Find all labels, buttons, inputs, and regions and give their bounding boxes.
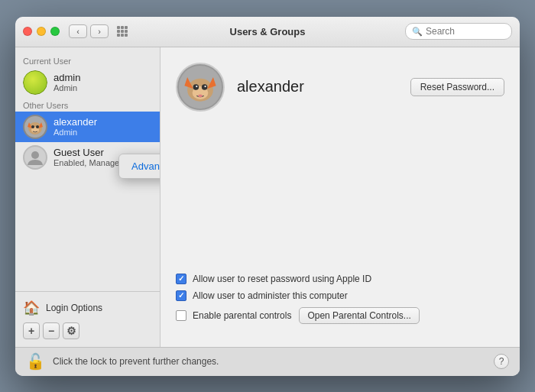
parental-row: Enable parental controls Open Parental C… — [176, 307, 504, 324]
add-user-button[interactable]: + — [23, 322, 40, 339]
guest-avatar — [23, 145, 47, 170]
admin-role: Admin — [54, 83, 80, 92]
administer-checkbox[interactable] — [176, 290, 186, 301]
alexander-name: alexander — [54, 116, 97, 128]
sidebar-scroll: Current User admin Admin Other Users — [15, 47, 160, 291]
current-user-label: Current User — [15, 53, 160, 67]
traffic-lights — [23, 27, 60, 36]
search-input[interactable] — [426, 26, 505, 37]
apple-id-checkbox[interactable] — [176, 274, 186, 284]
administer-label: Allow user to administer this computer — [193, 290, 348, 301]
login-options-item[interactable]: 🏠 Login Options — [23, 296, 152, 319]
svg-point-8 — [31, 151, 39, 159]
forward-button[interactable]: › — [90, 24, 109, 38]
context-menu: Advanced Options... — [118, 154, 160, 179]
alexander-role: Admin — [54, 128, 97, 137]
house-icon: 🏠 — [23, 300, 40, 316]
alexander-info: alexander Admin — [54, 116, 97, 137]
parental-checkbox[interactable] — [176, 310, 186, 321]
parental-label: Enable parental controls — [193, 310, 291, 321]
admin-info: admin Admin — [54, 72, 80, 92]
sidebar-item-admin[interactable]: admin Admin — [15, 67, 160, 98]
sidebar: Current User admin Admin Other Users — [15, 47, 160, 347]
apple-id-row: Allow user to reset password using Apple… — [176, 274, 504, 284]
main-window: ‹ › Users & Groups 🔍 Current User — [15, 17, 520, 376]
remove-user-button[interactable]: − — [43, 322, 60, 339]
admin-name: admin — [54, 72, 80, 83]
guest-role: Enabled, Managed — [54, 158, 124, 167]
checkboxes-area: Allow user to reset password using Apple… — [176, 274, 504, 332]
guest-info: Guest User Enabled, Managed — [54, 147, 124, 167]
svg-point-5 — [31, 125, 34, 128]
sidebar-footer: 🏠 Login Options + − ⚙ — [15, 291, 160, 347]
reset-password-button[interactable]: Reset Password... — [410, 78, 504, 96]
svg-point-18 — [198, 94, 203, 97]
svg-point-14 — [193, 84, 199, 90]
apple-id-label: Allow user to reset password using Apple… — [193, 274, 371, 284]
grid-icon — [117, 26, 128, 37]
open-parental-button[interactable]: Open Parental Controls... — [299, 307, 419, 324]
search-box[interactable]: 🔍 — [405, 23, 512, 40]
window-title: Users & Groups — [230, 26, 306, 37]
titlebar: ‹ › Users & Groups 🔍 — [15, 17, 520, 47]
lock-icon[interactable]: 🔓 — [26, 352, 45, 371]
maximize-button[interactable] — [50, 27, 60, 36]
administer-row: Allow user to administer this computer — [176, 290, 504, 301]
advanced-options-item[interactable]: Advanced Options... — [119, 157, 160, 176]
admin-avatar — [23, 70, 47, 95]
guest-name: Guest User — [54, 147, 124, 158]
sidebar-actions: + − ⚙ — [23, 319, 152, 342]
svg-point-15 — [202, 84, 208, 90]
grid-button[interactable] — [113, 24, 131, 38]
back-button[interactable]: ‹ — [69, 24, 87, 38]
bottom-bar: 🔓 Click the lock to prevent further chan… — [15, 347, 520, 376]
user-display-name: alexander — [237, 78, 304, 96]
detail-panel: alexander Reset Password... Allow user t… — [160, 47, 520, 347]
help-button[interactable]: ? — [494, 354, 509, 369]
settings-button[interactable]: ⚙ — [63, 322, 79, 339]
svg-point-17 — [204, 85, 206, 86]
lock-text: Click the lock to prevent further change… — [53, 356, 219, 367]
close-button[interactable] — [23, 27, 32, 36]
login-options-label: Login Options — [46, 303, 102, 313]
nav-buttons: ‹ › — [69, 24, 109, 38]
other-users-label: Other Users — [15, 98, 160, 112]
svg-point-6 — [36, 125, 39, 128]
minimize-button[interactable] — [37, 27, 46, 36]
main-content: Current User admin Admin Other Users — [15, 47, 520, 347]
sidebar-item-alexander[interactable]: alexander Admin Advanced Options... — [15, 112, 160, 142]
alexander-avatar — [23, 115, 47, 139]
user-header: alexander Reset Password... — [176, 63, 504, 112]
user-avatar-large — [176, 63, 225, 112]
search-icon: 🔍 — [412, 27, 423, 37]
svg-point-16 — [196, 85, 197, 86]
